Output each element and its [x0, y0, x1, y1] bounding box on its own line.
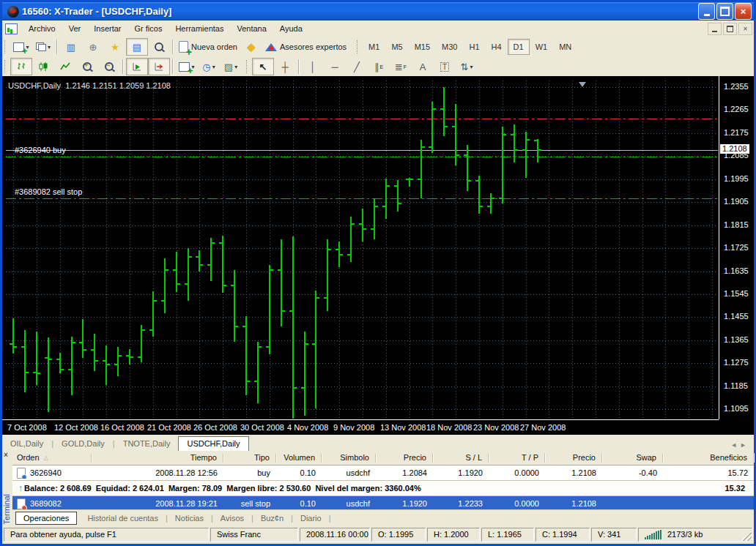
- mdi-close-button[interactable]: ×: [738, 23, 752, 35]
- tab-scroll-left-icon[interactable]: ◄: [730, 441, 740, 449]
- line-chart-icon: [59, 61, 71, 72]
- column-header-sl[interactable]: S / L: [433, 453, 489, 463]
- trendline-icon: ╱: [354, 62, 360, 72]
- fibonacci-tool-button[interactable]: ≣F: [390, 58, 412, 75]
- terminal-tab-avisos[interactable]: Avisos: [213, 512, 251, 524]
- charts-toolbar: + − +▾ ◷▾ ▨▾ ↖ ┼ │ ─ ╱ ∥E ≣F A T ⇅▾: [2, 57, 754, 77]
- chart-window-icon[interactable]: [5, 23, 18, 34]
- channel-tool-button[interactable]: ∥E: [368, 58, 390, 75]
- horizontal-line-tool-button[interactable]: ─: [324, 58, 346, 75]
- market-watch-button[interactable]: ▥: [60, 38, 82, 56]
- minimize-button[interactable]: [698, 3, 715, 20]
- column-header-precio[interactable]: Precio: [376, 453, 433, 463]
- trendline-tool-button[interactable]: ╱: [346, 58, 368, 75]
- crosshair-tool-button[interactable]: ┼: [274, 58, 296, 75]
- price-tick-label: 1.1185: [724, 381, 748, 390]
- chart-tab-gold[interactable]: GOLD,Daily: [53, 437, 113, 451]
- order-row-buy[interactable]: 3626940 2008.11.28 12:56 buy 0.10 usdchf…: [12, 465, 754, 480]
- restore-icon: [720, 7, 730, 16]
- indicators-icon: +: [179, 62, 190, 72]
- new-chart-button[interactable]: +▾: [10, 38, 32, 56]
- column-header-tipo[interactable]: Tipo: [223, 453, 276, 463]
- column-header-beneficios[interactable]: Beneficios: [663, 453, 754, 463]
- profiles-button[interactable]: ▾: [32, 38, 54, 56]
- menu-ventana[interactable]: Ventana: [230, 22, 273, 35]
- menu-ayuda[interactable]: Ayuda: [273, 22, 309, 35]
- terminal-tab-historial[interactable]: Historial de cuentas: [80, 512, 166, 524]
- zoom-out-button[interactable]: −: [98, 58, 120, 75]
- chart-tab-usdchf[interactable]: USDCHF,Daily: [178, 436, 248, 452]
- title-bar[interactable]: 16560: X-Trader - [USDCHF,Daily] ×: [2, 2, 754, 20]
- timeframe-d1-button[interactable]: D1: [508, 39, 530, 55]
- menu-archivo[interactable]: Archivo: [22, 22, 62, 35]
- candlestick-chart-button[interactable]: [32, 58, 54, 75]
- column-header-precio2[interactable]: Precio: [545, 453, 602, 463]
- date-axis[interactable]: 7 Oct 200812 Oct 200816 Oct 200821 Oct 2…: [2, 419, 719, 435]
- menu-herramientas[interactable]: Herramientas: [168, 22, 230, 35]
- timeframe-w1-button[interactable]: W1: [530, 39, 554, 55]
- terminal-tab-operaciones[interactable]: Operaciones: [15, 512, 77, 525]
- mdi-restore-button[interactable]: [723, 23, 737, 35]
- column-header-tp[interactable]: T / P: [489, 453, 545, 463]
- toolbar-grip[interactable]: [357, 40, 360, 53]
- terminal-button[interactable]: ▤: [126, 38, 148, 56]
- data-window-button[interactable]: ⊕: [82, 38, 104, 56]
- timeframe-m30-button[interactable]: M30: [436, 39, 463, 55]
- zoom-in-button[interactable]: +: [76, 58, 98, 75]
- arrows-tool-button[interactable]: ⇅▾: [456, 58, 478, 75]
- toolbar-grip[interactable]: [246, 60, 249, 73]
- column-header-volumen[interactable]: Volumen: [276, 453, 322, 463]
- terminal-close-button[interactable]: ×: [4, 452, 8, 459]
- close-button[interactable]: ×: [735, 3, 752, 20]
- price-axis[interactable]: 1.23551.22651.21751.20851.19951.19051.18…: [719, 76, 755, 419]
- price-chart-svg[interactable]: #3626940 buy#3689082 sell stop: [6, 81, 718, 419]
- maximize-button[interactable]: [716, 3, 733, 20]
- price-tick-label: 1.1545: [724, 289, 749, 298]
- zoom-out-icon: −: [105, 62, 114, 71]
- chart-tab-oil[interactable]: OIL,Daily: [2, 437, 51, 451]
- menu-insertar[interactable]: Insertar: [87, 22, 127, 35]
- balance-row[interactable]: ↑ Balance: 2 608.69 Equidad: 2 624.01 Ma…: [12, 480, 754, 496]
- expert-advisors-button[interactable]: Asesores expertos: [262, 38, 349, 56]
- column-header-tiempo[interactable]: Tiempo: [92, 453, 223, 463]
- timeframe-m1-button[interactable]: M1: [363, 39, 385, 55]
- price-tick-label: 1.1095: [724, 404, 749, 413]
- strategy-tester-button[interactable]: [148, 38, 170, 56]
- mdi-minimize-button[interactable]: [708, 23, 722, 35]
- timeframe-m5-button[interactable]: M5: [385, 39, 408, 55]
- tab-scroll-right-icon[interactable]: ►: [740, 441, 749, 449]
- line-chart-button[interactable]: [54, 58, 76, 75]
- resize-grip[interactable]: [741, 531, 752, 541]
- chart-tab-tnote[interactable]: TNOTE,Daily: [115, 437, 179, 451]
- auto-scroll-button[interactable]: [126, 58, 148, 75]
- timeframe-h4-button[interactable]: H4: [486, 39, 508, 55]
- timeframe-h1-button[interactable]: H1: [463, 39, 485, 55]
- metaeditor-button[interactable]: ◆: [240, 38, 262, 56]
- column-header-simbolo[interactable]: Simbolo: [322, 453, 376, 463]
- periods-button[interactable]: ◷▾: [198, 58, 220, 75]
- terminal-tab-diario[interactable]: Diario: [293, 512, 329, 524]
- terminal-tab-noticias[interactable]: Noticias: [168, 512, 211, 524]
- sell-stop-order-label: #3689082 sell stop: [15, 187, 82, 196]
- text-tool-button[interactable]: A: [412, 58, 434, 75]
- indicators-button[interactable]: +▾: [176, 58, 198, 75]
- menu-graficos[interactable]: Gr ficos: [128, 22, 169, 35]
- timeframe-m15-button[interactable]: M15: [409, 39, 436, 55]
- timeframe-mn-button[interactable]: MN: [553, 39, 577, 55]
- navigator-button[interactable]: ★: [104, 38, 126, 56]
- new-order-button[interactable]: +Nueva orden: [176, 38, 240, 56]
- order-row-sell-stop[interactable]: 3689082 2008.11.28 19:21 sell stop 0.10 …: [12, 496, 754, 511]
- chart-shift-button[interactable]: [148, 58, 170, 75]
- vertical-line-tool-button[interactable]: │: [302, 58, 324, 75]
- templates-button[interactable]: ▨▾: [220, 58, 242, 75]
- toolbar-grip[interactable]: [4, 40, 7, 53]
- text-label-tool-button[interactable]: T: [434, 58, 456, 75]
- toolbar-grip[interactable]: [4, 60, 7, 73]
- column-header-swap[interactable]: Swap: [602, 453, 663, 463]
- bar-chart-button[interactable]: [10, 58, 32, 75]
- cursor-tool-button[interactable]: ↖: [252, 58, 274, 75]
- menu-ver[interactable]: Ver: [62, 22, 88, 35]
- column-header-orden[interactable]: Orden△: [12, 453, 92, 463]
- terminal-tab-buzon[interactable]: Buz¢n: [253, 512, 291, 524]
- price-tick-label: 1.1365: [724, 335, 749, 344]
